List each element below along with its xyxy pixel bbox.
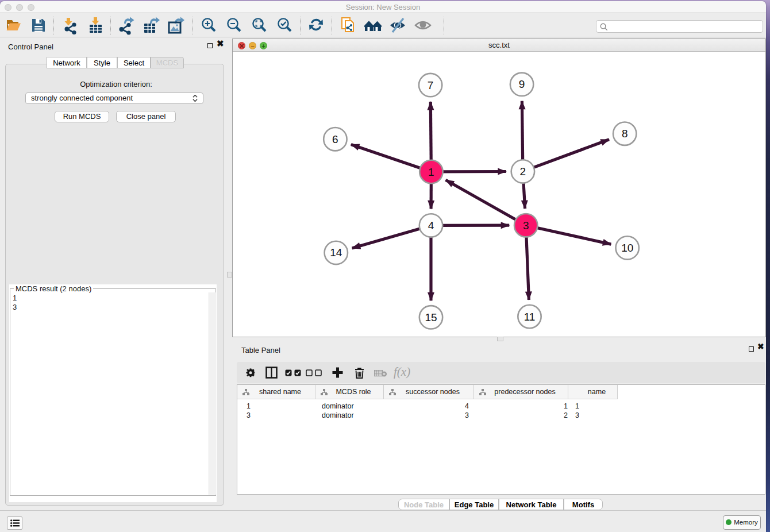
svg-text:9: 9	[519, 78, 525, 90]
svg-text:11: 11	[524, 311, 536, 323]
svg-text:10: 10	[621, 242, 633, 254]
svg-text:3: 3	[523, 219, 529, 232]
svg-text:1: 1	[428, 166, 434, 178]
svg-text:6: 6	[332, 133, 338, 145]
svg-text:7: 7	[428, 79, 434, 91]
svg-text:14: 14	[330, 246, 342, 259]
svg-text:15: 15	[425, 311, 437, 323]
svg-text:8: 8	[622, 128, 628, 140]
svg-text:4: 4	[428, 219, 434, 232]
svg-text:2: 2	[520, 165, 526, 178]
